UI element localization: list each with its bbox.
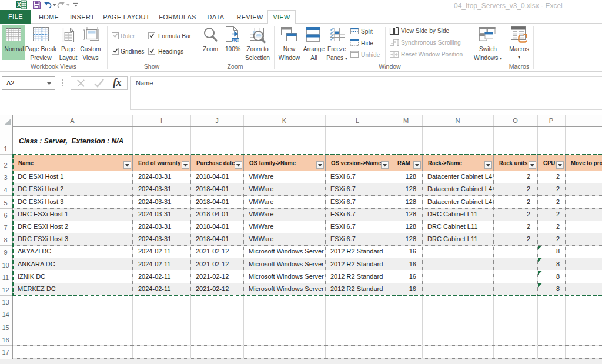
svg-text:X: X — [17, 1, 21, 8]
svg-text:100: 100 — [232, 38, 239, 42]
